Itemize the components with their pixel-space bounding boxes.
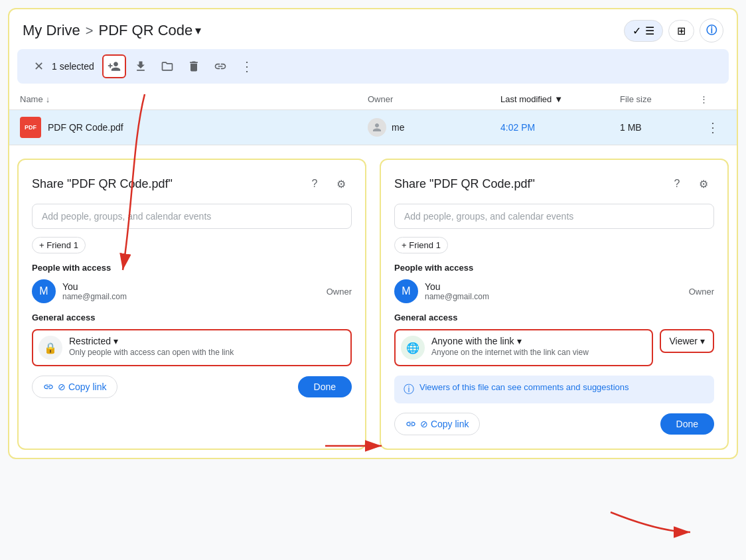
name-column-label[interactable]: Name	[20, 94, 43, 104]
friend-chip-right[interactable]: + Friend 1	[394, 237, 448, 253]
folder-link[interactable]: PDF QR Code ▾	[98, 22, 201, 39]
share-dialog-left-title: Share "PDF QR Code.pdf" ? ⚙	[32, 173, 352, 194]
info-banner-icon: ⓘ	[404, 383, 414, 397]
copy-link-toolbar-button[interactable]	[208, 54, 232, 78]
delete-button[interactable]	[182, 54, 206, 78]
link-icon	[214, 60, 227, 73]
person-email-right: name@gmail.com	[425, 292, 682, 301]
move-icon	[161, 60, 174, 73]
viewer-dropdown[interactable]: Viewer ▾	[660, 329, 714, 353]
grid-view-button[interactable]: ⊞	[668, 20, 694, 42]
move-button[interactable]	[155, 54, 179, 78]
info-banner-text: Viewers of this file can see comments an…	[419, 382, 629, 392]
owner-avatar	[368, 118, 386, 137]
info-button[interactable]: ⓘ	[700, 19, 723, 42]
done-button-right[interactable]: Done	[660, 413, 714, 435]
access-icon-left: 🔒	[38, 336, 62, 360]
info-icon: ⓘ	[706, 24, 717, 38]
my-drive-link[interactable]: My Drive	[23, 22, 80, 39]
copy-link-label-left: ⊘ Copy link	[58, 382, 106, 392]
access-chevron-right: ▾	[517, 336, 522, 346]
file-type-icon: PDF	[20, 117, 41, 138]
modified-sort-icon: ▼	[554, 94, 563, 104]
header-more-icon[interactable]: ⋮	[700, 94, 708, 104]
panels-area: Share "PDF QR Code.pdf" ? ⚙ + Friend 1 P…	[9, 148, 737, 458]
download-icon	[134, 60, 147, 73]
header: My Drive > PDF QR Code ▾ ✓ ☰ ⊞ ⓘ	[9, 9, 737, 49]
link-icon-right	[406, 419, 416, 429]
settings-button-right[interactable]: ⚙	[693, 173, 714, 194]
close-icon: ✕	[34, 59, 44, 74]
list-icon: ☰	[645, 25, 654, 37]
person-info-left: You name@gmail.com	[62, 281, 320, 301]
person-row-left: M You name@gmail.com Owner	[32, 279, 352, 303]
person-role-left: Owner	[327, 287, 352, 297]
owner-column-label: Owner	[368, 94, 500, 104]
settings-button-left[interactable]: ⚙	[331, 173, 352, 194]
owner-name: me	[392, 122, 404, 133]
grid-icon: ⊞	[677, 25, 686, 37]
name-sort-icon: ↓	[46, 94, 50, 104]
dialog-footer-right: ⊘ Copy link Done	[394, 413, 714, 435]
person-email-left: name@gmail.com	[62, 292, 320, 301]
person-icon	[371, 121, 383, 133]
more-icon: ⋮	[240, 58, 254, 74]
access-icon-right: 🌐	[401, 336, 425, 360]
owner-cell: me	[368, 118, 500, 137]
file-list-header: Name ↓ Owner Last modified ▼ File size ⋮	[9, 89, 737, 110]
share-dialog-left: Share "PDF QR Code.pdf" ? ⚙ + Friend 1 P…	[17, 159, 366, 450]
row-more-icon[interactable]: ⋮	[706, 119, 719, 135]
people-section-title-right: People with access	[394, 263, 714, 273]
share-dialog-left-icons: ? ⚙	[304, 173, 352, 194]
general-access-title-left: General access	[32, 313, 352, 322]
more-options-button[interactable]: ⋮	[235, 54, 259, 78]
help-button-left[interactable]: ?	[304, 173, 325, 194]
viewer-label: Viewer	[669, 336, 698, 346]
close-selection-button[interactable]: ✕	[28, 56, 49, 77]
share-button[interactable]	[102, 54, 126, 78]
size-cell: 1 MB	[620, 122, 700, 133]
copy-link-label-right: ⊘ Copy link	[420, 419, 469, 429]
friend-chip-left[interactable]: + Friend 1	[32, 237, 86, 253]
folder-name: PDF QR Code	[98, 22, 192, 39]
check-icon: ✓	[633, 25, 641, 37]
help-button-right[interactable]: ?	[666, 173, 688, 194]
viewer-chevron-icon: ▾	[700, 336, 705, 346]
copy-link-button-right[interactable]: ⊘ Copy link	[394, 413, 480, 435]
breadcrumb: My Drive > PDF QR Code ▾	[23, 22, 201, 39]
person-name-left: You	[62, 281, 320, 292]
share-dialog-right: Share "PDF QR Code.pdf" ? ⚙ + Friend 1 P…	[380, 159, 729, 450]
access-chevron-left: ▾	[113, 336, 118, 346]
file-name: PDF QR Code.pdf	[48, 122, 368, 133]
folder-chevron-icon: ▾	[195, 23, 201, 38]
access-row-right[interactable]: 🌐 Anyone with the link ▾ Anyone on the i…	[394, 329, 653, 366]
size-column-label: File size	[620, 94, 700, 104]
done-button-left[interactable]: Done	[298, 376, 352, 397]
share-input-right[interactable]	[394, 204, 714, 229]
info-banner: ⓘ Viewers of this file can see comments …	[394, 376, 714, 403]
table-row[interactable]: PDF PDF QR Code.pdf me 4:02 PM 1 MB ⋮	[9, 110, 737, 145]
modified-column-label[interactable]: Last modified ▼	[500, 94, 620, 104]
selected-count: 1 selected	[52, 61, 94, 72]
general-access-section-right: General access 🌐 Anyone with the link ▾	[394, 313, 714, 403]
copy-link-button-left[interactable]: ⊘ Copy link	[32, 376, 117, 398]
access-title-right: Anyone with the link	[431, 336, 514, 346]
person-name-right: You	[425, 281, 682, 292]
share-input-left[interactable]	[32, 204, 352, 229]
access-info-right: Anyone with the link ▾ Anyone on the int…	[431, 336, 646, 357]
access-row-left[interactable]: 🔒 Restricted ▾ Only people with access c…	[32, 329, 352, 366]
add-person-icon	[108, 60, 121, 73]
access-desc-left: Only people with access can open with th…	[69, 348, 345, 357]
download-button[interactable]	[129, 54, 153, 78]
dialog-footer-left: ⊘ Copy link Done	[32, 376, 352, 398]
modified-cell: 4:02 PM	[500, 122, 620, 133]
access-title-left: Restricted	[69, 336, 111, 346]
access-desc-right: Anyone on the internet with the link can…	[431, 348, 646, 357]
selection-toolbar: ✕ 1 selected ⋮	[17, 49, 729, 84]
general-access-title-right: General access	[394, 313, 714, 322]
general-access-section-left: General access 🔒 Restricted ▾ Only peopl…	[32, 313, 352, 366]
share-dialog-right-title: Share "PDF QR Code.pdf" ? ⚙	[394, 173, 714, 194]
list-view-button[interactable]: ✓ ☰	[624, 20, 663, 42]
share-dialog-right-icons: ? ⚙	[666, 173, 714, 194]
header-actions: ✓ ☰ ⊞ ⓘ	[624, 19, 723, 42]
